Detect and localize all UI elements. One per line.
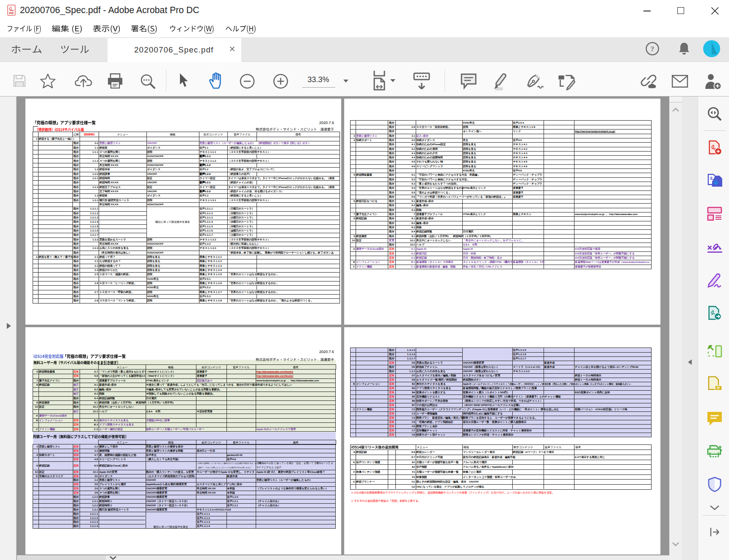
svg-text:?: ? (651, 45, 654, 53)
svg-text:PDF: PDF (9, 12, 14, 14)
